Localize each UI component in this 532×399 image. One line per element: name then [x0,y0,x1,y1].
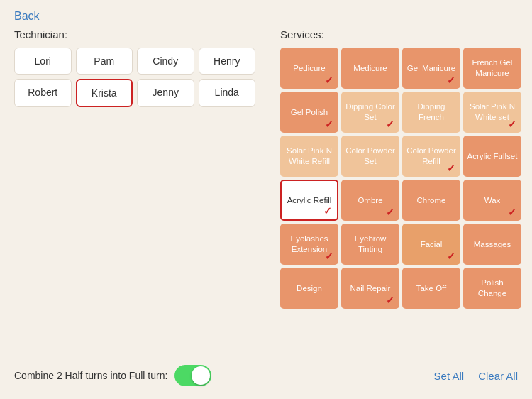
service-label-eyebrow_tinting: Eyebrow Tinting [344,234,397,255]
technician-label: Technician: [14,28,270,40]
service-cell-acrylic_fullset[interactable]: Acrylic Fullset [463,136,521,177]
service-cell-solar_pink_white_refill[interactable]: Solar Pink N White Refill [280,136,338,177]
service-label-facial: Facial [421,239,443,250]
service-cell-massages[interactable]: Massages [463,224,521,265]
technician-panel: Technician: LoriPamCindyHenryRobertKrist… [14,28,270,107]
service-label-gel_manicure: Gel Manicure [407,63,455,74]
technician-cell-cindy[interactable]: Cindy [137,48,194,75]
bottom-actions: Set All Clear All [434,370,518,382]
service-cell-french_gel_manicure[interactable]: French Gel Manicure [463,48,521,89]
checkmark-acrylic_refill: ✓ [323,206,332,216]
combine-label: Combine 2 Half turns into Full turn: [14,370,167,381]
combine-toggle[interactable] [174,365,211,386]
service-label-acrylic_fullset: Acrylic Fullset [467,151,518,162]
service-cell-gel_polish[interactable]: Gel Polish✓ [280,92,338,133]
back-button[interactable]: Back [14,10,40,23]
service-label-design: Design [297,283,322,294]
service-cell-chrome[interactable]: Chrome [402,180,460,221]
service-cell-take_off[interactable]: Take Off [402,268,460,309]
service-cell-color_powder_set[interactable]: Color Powder Set [341,136,399,177]
service-label-color_powder_set: Color Powder Set [344,146,397,167]
service-cell-dipping_french[interactable]: Dipping French [402,92,460,133]
service-label-french_gel_manicure: French Gel Manicure [466,58,519,79]
service-cell-facial[interactable]: Facial✓ [402,224,460,265]
service-label-take_off: Take Off [416,283,447,294]
service-cell-polish_change[interactable]: Polish Change [463,268,521,309]
service-cell-medicure[interactable]: Medicure [341,48,399,89]
service-label-acrylic_refill: Acrylic Refill [287,195,332,206]
service-cell-color_powder_refill[interactable]: Color Powder Refill✓ [402,136,460,177]
service-cell-eyebrow_tinting[interactable]: Eyebrow Tinting [341,224,399,265]
service-cell-eyelashes_extension[interactable]: Eyelashes Extension✓ [280,224,338,265]
service-label-nail_repair: Nail Repair [350,283,391,294]
checkmark-color_powder_refill: ✓ [447,163,455,173]
services-panel: Services: Pedicure✓MedicureGel Manicure✓… [280,28,525,309]
services-grid: Pedicure✓MedicureGel Manicure✓French Gel… [280,48,521,309]
bottom-bar: Combine 2 Half turns into Full turn: Set… [14,365,518,386]
service-label-chrome: Chrome [417,195,446,206]
checkmark-nail_repair: ✓ [386,295,394,305]
service-cell-solar_pink_white_set[interactable]: Solar Pink N White set✓ [463,92,521,133]
checkmark-solar_pink_white_set: ✓ [508,119,516,129]
service-cell-pedicure[interactable]: Pedicure✓ [280,48,338,89]
service-label-massages: Massages [474,239,511,250]
technician-grid: LoriPamCindyHenryRobertKristaJennyLinda [14,48,255,107]
service-label-wax: Wax [484,195,501,206]
technician-cell-jenny[interactable]: Jenny [137,79,194,107]
service-label-gel_polish: Gel Polish [291,107,328,118]
service-cell-gel_manicure[interactable]: Gel Manicure✓ [402,48,460,89]
checkmark-gel_polish: ✓ [325,119,333,129]
set-all-button[interactable]: Set All [434,370,465,382]
checkmark-dipping_color_set: ✓ [386,119,394,129]
service-label-polish_change: Polish Change [466,278,519,299]
service-label-medicure: Medicure [353,63,387,74]
checkmark-pedicure: ✓ [325,75,333,85]
technician-cell-henry[interactable]: Henry [199,48,256,75]
checkmark-wax: ✓ [508,207,516,217]
checkmark-gel_manicure: ✓ [447,75,455,85]
technician-cell-krista[interactable]: Krista [76,79,133,107]
combine-section: Combine 2 Half turns into Full turn: [14,365,211,386]
service-cell-dipping_color_set[interactable]: Dipping Color Set✓ [341,92,399,133]
technician-cell-robert[interactable]: Robert [14,79,72,107]
service-label-solar_pink_white_refill: Solar Pink N White Refill [283,146,336,167]
checkmark-ombre: ✓ [386,207,394,217]
technician-cell-pam[interactable]: Pam [76,48,133,75]
service-label-pedicure: Pedicure [293,63,325,74]
clear-all-button[interactable]: Clear All [478,370,518,382]
service-cell-acrylic_refill[interactable]: Acrylic Refill✓ [280,180,338,221]
service-label-ombre: Ombre [358,195,382,206]
service-cell-nail_repair[interactable]: Nail Repair✓ [341,268,399,309]
technician-cell-linda[interactable]: Linda [199,79,256,107]
services-label: Services: [280,28,525,40]
service-label-dipping_french: Dipping French [405,102,458,123]
checkmark-eyelashes_extension: ✓ [325,251,333,261]
checkmark-facial: ✓ [447,251,455,261]
service-cell-ombre[interactable]: Ombre✓ [341,180,399,221]
service-cell-wax[interactable]: Wax✓ [463,180,521,221]
technician-cell-lori[interactable]: Lori [14,48,72,75]
service-cell-design[interactable]: Design [280,268,338,309]
